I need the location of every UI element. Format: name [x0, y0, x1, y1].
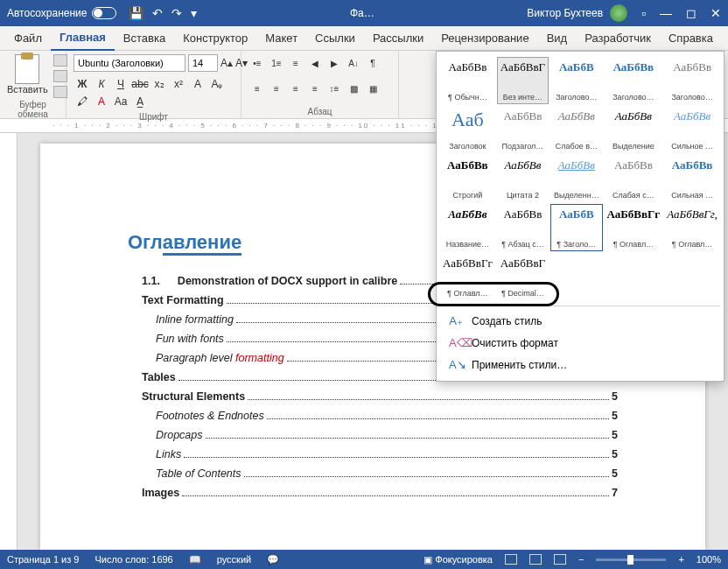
style-cell[interactable]: АаБбВЗаголово… [550, 57, 602, 104]
ribbon-display-icon[interactable]: ▫ [641, 6, 646, 20]
zoom-out-button[interactable]: − [578, 554, 584, 565]
toc-entry[interactable]: Links5 [128, 448, 618, 460]
tab-help[interactable]: Справка [660, 26, 722, 50]
text-effects-button[interactable]: A [189, 75, 206, 93]
apply-styles-item[interactable]: A↘ Применить стили… [440, 354, 720, 376]
read-mode-icon[interactable] [529, 554, 542, 565]
vertical-ruler[interactable] [0, 133, 18, 550]
qat-dropdown-icon[interactable]: ▾ [191, 6, 197, 20]
style-cell[interactable]: АаБбВв¶ Обычн… [440, 57, 495, 104]
create-style-item[interactable]: A₊ Создать стиль [440, 310, 720, 332]
language-indicator[interactable]: русский [217, 554, 251, 565]
align-center-button[interactable]: ≡ [268, 80, 285, 97]
toc-entry[interactable]: Images7 [128, 487, 618, 499]
change-case-button[interactable]: Aa [112, 93, 130, 110]
multilevel-button[interactable]: ≡ [287, 54, 304, 72]
bold-button[interactable]: Ж [74, 75, 91, 93]
superscript-button[interactable]: x² [170, 75, 187, 93]
style-cell[interactable]: АаБбВвПодзагол… [497, 106, 549, 153]
clear-format-item[interactable]: A⌫ Очистить формат [440, 332, 720, 354]
subscript-button[interactable]: x₂ [150, 75, 168, 93]
font-name-input[interactable] [74, 54, 186, 72]
cut-icon[interactable] [53, 54, 67, 67]
style-cell[interactable]: АаБбВвЦитата 2 [497, 155, 549, 202]
undo-icon[interactable]: ↶ [152, 6, 163, 20]
zoom-level[interactable]: 100% [696, 554, 721, 565]
strike-button[interactable]: abc [131, 75, 149, 93]
toc-entry[interactable]: Dropcaps5 [128, 429, 618, 441]
close-icon[interactable]: ✕ [710, 6, 721, 20]
minimize-icon[interactable]: — [660, 6, 672, 20]
tab-home[interactable]: Главная [51, 25, 115, 51]
tab-design[interactable]: Конструктор [174, 26, 256, 50]
font-size-input[interactable] [188, 54, 218, 72]
format-painter-icon[interactable] [53, 86, 67, 98]
tab-mailings[interactable]: Рассылки [364, 26, 432, 50]
style-cell[interactable]: АаБбВвСлабая с… [605, 155, 663, 202]
align-left-button[interactable]: ≡ [248, 80, 266, 97]
grow-font-button[interactable]: A▴ [220, 54, 233, 72]
style-cell[interactable]: АаБбВвСильная … [664, 155, 720, 202]
account-button[interactable]: Виктор Бухтеев [527, 4, 627, 22]
style-cell[interactable]: АаБбВвГг,¶ Оглавл… [664, 204, 720, 251]
style-cell[interactable]: АаБбВвВыделение [605, 106, 663, 153]
highlight-button[interactable]: 🖍 [74, 93, 91, 110]
justify-button[interactable]: ≡ [306, 80, 324, 97]
style-cell[interactable]: АаБбВвНазвание… [440, 204, 495, 251]
save-icon[interactable]: 💾 [129, 6, 144, 20]
tab-insert[interactable]: Вставка [115, 26, 174, 50]
style-cell[interactable]: АаБбВвСильное … [664, 106, 720, 153]
borders-button[interactable]: ▦ [364, 80, 382, 97]
style-cell[interactable]: АаБбВвГг¶ Оглавл… [605, 204, 663, 251]
style-cell[interactable]: АабЗаголовок [440, 106, 495, 153]
style-cell[interactable]: АаБбВвСлабое в… [550, 106, 602, 153]
style-cell[interactable]: АаБбВвГ¶ Decimal… [497, 253, 549, 300]
paste-button[interactable]: Вставить [7, 54, 48, 98]
toc-entry[interactable]: Structural Elements5 [128, 390, 618, 403]
toc-entry[interactable]: Table of Contents5 [128, 467, 618, 480]
font-color-button[interactable]: A [93, 93, 110, 110]
style-cell[interactable]: АаБбВвГБез инте… [497, 57, 549, 104]
print-layout-icon[interactable] [505, 554, 517, 565]
accessibility-icon[interactable]: 💬 [267, 554, 279, 565]
tab-references[interactable]: Ссылки [306, 26, 364, 50]
maximize-icon[interactable]: ◻ [686, 6, 696, 20]
line-spacing-button[interactable]: ↕≡ [326, 80, 343, 97]
autosave-toggle[interactable]: Автосохранение [7, 7, 116, 19]
copy-icon[interactable] [53, 70, 67, 82]
style-cell[interactable]: АаБбВв¶ Абзац с… [497, 204, 549, 251]
page-indicator[interactable]: Страница 1 из 9 [7, 554, 79, 565]
italic-button[interactable]: К [93, 75, 110, 93]
style-cell[interactable]: АаБбВвСтрогий [440, 155, 495, 202]
numbering-button[interactable]: 1≡ [268, 54, 285, 72]
tab-review[interactable]: Рецензирование [432, 26, 537, 50]
style-cell[interactable]: АаБбВвЗаголово… [605, 57, 663, 104]
zoom-slider[interactable] [596, 558, 666, 561]
show-marks-button[interactable]: ¶ [364, 54, 382, 72]
underline-button[interactable]: Ч [112, 75, 130, 93]
shading-button[interactable]: ▩ [345, 80, 362, 97]
tab-view[interactable]: Вид [538, 26, 577, 50]
style-cell[interactable]: АаБбВвВыделенн… [550, 155, 602, 202]
decrease-indent-button[interactable]: ◀ [306, 54, 324, 72]
tab-layout[interactable]: Макет [256, 26, 306, 50]
style-cell[interactable]: АаБбВвЗаголово… [664, 57, 720, 104]
word-count[interactable]: Число слов: 1696 [94, 554, 172, 565]
redo-icon[interactable]: ↷ [172, 6, 182, 20]
sort-button[interactable]: A↓ [345, 54, 362, 72]
increase-indent-button[interactable]: ▶ [326, 54, 343, 72]
share-button[interactable]: 👤 Поделиться [722, 32, 728, 45]
tab-file[interactable]: Файл [5, 26, 51, 50]
web-layout-icon[interactable] [554, 554, 566, 565]
align-right-button[interactable]: ≡ [287, 80, 304, 97]
bullets-button[interactable]: •≡ [248, 54, 266, 72]
toc-entry[interactable]: Footnotes & Endnotes5 [128, 410, 618, 422]
style-cell[interactable]: АаБбВвГг¶ Оглавл… [440, 253, 495, 300]
spellcheck-icon[interactable]: 📖 [189, 554, 201, 565]
style-cell[interactable]: АаБбВ¶ Заголо… [550, 204, 602, 251]
zoom-in-button[interactable]: + [678, 554, 683, 565]
focus-mode-button[interactable]: ▣ Фокусировка [424, 554, 493, 565]
tab-developer[interactable]: Разработчик [576, 26, 660, 50]
clear-format-button[interactable]: Aᵩ [208, 75, 226, 93]
char-border-button[interactable]: A̲ [131, 93, 149, 110]
